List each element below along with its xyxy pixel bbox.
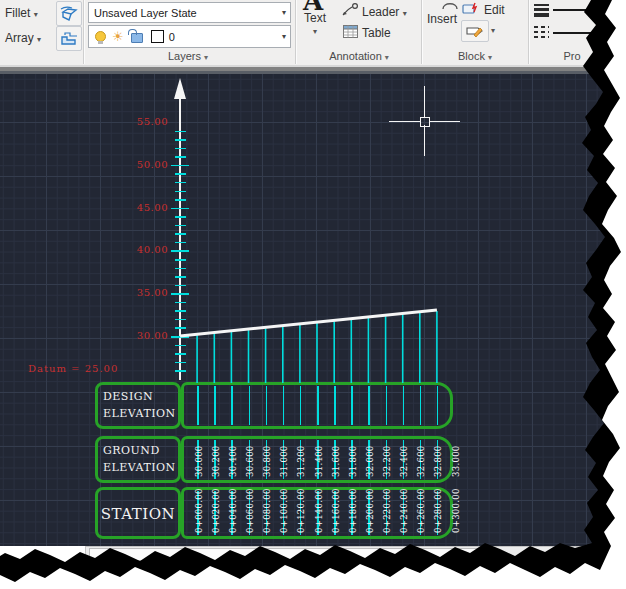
edit-attribute-button[interactable] bbox=[461, 20, 489, 42]
insert-button[interactable]: Insert bbox=[427, 12, 457, 26]
layer-state-value: Unsaved Layer State bbox=[94, 7, 197, 19]
3d-box-icon bbox=[60, 6, 78, 22]
block-edit-icon bbox=[462, 2, 480, 15]
table-button[interactable]: Table bbox=[362, 26, 391, 40]
layers-panel-label[interactable]: Layers ▾ bbox=[128, 50, 248, 64]
linetype-icon bbox=[534, 26, 549, 41]
layer-state-dropdown[interactable]: Unsaved Layer State ▾ bbox=[88, 2, 291, 23]
lineweight-icon bbox=[534, 4, 549, 19]
chevron-down-icon[interactable]: ▾ bbox=[34, 10, 38, 19]
3d-mirror-button[interactable] bbox=[56, 1, 82, 26]
chevron-down-icon[interactable]: ▾ bbox=[403, 9, 407, 18]
properties-panel-label[interactable]: Pro bbox=[548, 50, 596, 64]
array-button[interactable]: Array ▾ bbox=[5, 31, 41, 45]
layer-dropdown[interactable]: ☀ 0 ▾ bbox=[88, 25, 291, 48]
panel-separator bbox=[528, 0, 529, 64]
offset-button[interactable] bbox=[56, 26, 82, 51]
linetype-value-line[interactable] bbox=[553, 32, 599, 34]
panel-separator bbox=[295, 0, 296, 64]
chevron-down-icon: ▾ bbox=[282, 8, 286, 17]
chevron-down-icon[interactable]: ▾ bbox=[37, 35, 41, 44]
fillet-button[interactable]: Fillet ▾ bbox=[5, 6, 38, 20]
block-edit-button[interactable]: Edit bbox=[484, 3, 505, 17]
layer-on-bulb-icon[interactable] bbox=[95, 31, 106, 42]
attribute-tag-icon bbox=[466, 24, 484, 38]
table-icon bbox=[343, 25, 358, 38]
offset-icon bbox=[60, 31, 78, 47]
chevron-down-icon[interactable]: ▾ bbox=[491, 26, 495, 35]
array-label: Array bbox=[5, 31, 34, 45]
pickbox bbox=[420, 117, 430, 127]
ribbon-bottom-strip bbox=[0, 65, 626, 74]
ground-profile-line bbox=[180, 310, 437, 336]
ribbon: Fillet ▾ Array ▾ Unsaved Layer State ▾ bbox=[0, 0, 626, 66]
horizontal-scrollbar[interactable]: ◄ bbox=[85, 546, 590, 561]
leader-icon bbox=[341, 3, 359, 17]
layer-color-swatch[interactable] bbox=[151, 30, 164, 43]
chevron-down-icon: ▾ bbox=[282, 32, 286, 41]
text-button[interactable]: Text bbox=[304, 11, 326, 25]
scrollbar-left-arrow-icon[interactable]: ◄ bbox=[493, 547, 513, 560]
layer-thaw-sun-icon[interactable]: ☀ bbox=[112, 29, 124, 44]
leader-button[interactable]: Leader ▾ bbox=[362, 5, 407, 19]
scrollbar-thumb[interactable] bbox=[89, 548, 489, 561]
lineweight-value-line[interactable] bbox=[553, 9, 599, 11]
autocad-window: Fillet ▾ Array ▾ Unsaved Layer State ▾ bbox=[0, 0, 626, 589]
panel-separator bbox=[83, 0, 84, 64]
current-layer-name: 0 bbox=[169, 31, 175, 43]
block-panel-label[interactable]: Block ▾ bbox=[420, 50, 530, 64]
profile-polyline-svg bbox=[0, 74, 626, 546]
fillet-label: Fillet bbox=[5, 6, 30, 20]
insert-block-icon bbox=[440, 0, 460, 9]
annotation-panel-label[interactable]: Annotation ▾ bbox=[300, 50, 418, 64]
layer-unlock-icon[interactable] bbox=[131, 33, 143, 43]
chevron-down-icon[interactable]: ▾ bbox=[313, 27, 317, 36]
model-space-viewport[interactable]: Datum = 25.00 55.0050.0045.0040.0035.003… bbox=[0, 74, 626, 546]
